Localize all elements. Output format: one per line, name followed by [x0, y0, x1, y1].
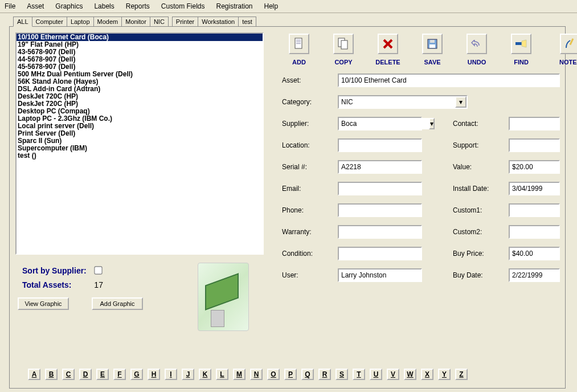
alpha-button[interactable]: Y	[438, 369, 451, 380]
alpha-button[interactable]: S	[335, 369, 348, 380]
notes-label: NOTES	[559, 59, 577, 66]
total-assets-label: Total Assets:	[22, 280, 71, 289]
work-area: 10/100 Ethernet Card (Boca) 19" Flat Pan…	[9, 26, 566, 389]
alpha-button[interactable]: V	[387, 369, 399, 380]
tab-computer[interactable]: Computer	[32, 17, 67, 26]
alpha-button[interactable]: L	[216, 369, 228, 380]
category-dropdown-button[interactable]: ▾	[455, 96, 466, 108]
tab-laptop[interactable]: Laptop	[67, 17, 94, 26]
add-graphic-button[interactable]: Add Graphic	[92, 297, 143, 310]
document-icon	[293, 38, 305, 50]
asset-graphic-thumbnail[interactable]	[198, 263, 249, 331]
alpha-button[interactable]: Z	[455, 369, 468, 380]
alpha-button[interactable]: N	[250, 369, 263, 380]
tab-test[interactable]: test	[238, 17, 256, 26]
add-label: ADD	[292, 59, 306, 66]
tab-modem[interactable]: Modem	[93, 17, 122, 26]
menu-graphics[interactable]: Graphics	[53, 1, 85, 11]
menu-labels[interactable]: Labels	[92, 1, 116, 11]
undo-label: UNDO	[468, 59, 486, 66]
menubar: File Asset Graphics Labels Reports Custo…	[0, 0, 577, 13]
custom2-field[interactable]	[509, 225, 560, 239]
alpha-button[interactable]: O	[267, 369, 280, 380]
user-label: User:	[282, 271, 325, 279]
alpha-button[interactable]: H	[148, 369, 160, 380]
alpha-button[interactable]: R	[318, 369, 331, 380]
buy-price-field[interactable]	[509, 247, 560, 260]
alpha-button[interactable]: E	[96, 369, 109, 380]
menu-asset[interactable]: Asset	[24, 1, 46, 11]
phone-field[interactable]	[338, 203, 422, 217]
contact-label: Contact:	[453, 120, 496, 128]
view-graphic-button[interactable]: View Graphic	[18, 297, 69, 310]
tab-monitor[interactable]: Monitor	[121, 17, 150, 26]
menu-custom-fields[interactable]: Custom Fields	[159, 1, 207, 11]
asset-field[interactable]	[338, 74, 560, 87]
svg-rect-8	[430, 40, 435, 43]
tab-all[interactable]: ALL	[13, 17, 32, 27]
alpha-button[interactable]: A	[28, 369, 40, 380]
menu-help[interactable]: Help	[262, 1, 281, 11]
serial-label: Serial #:	[282, 163, 325, 171]
alpha-button[interactable]: P	[284, 369, 297, 380]
delete-button[interactable]	[378, 34, 398, 54]
menu-reports[interactable]: Reports	[124, 1, 152, 11]
value-field[interactable]	[509, 160, 560, 174]
install-date-field[interactable]	[509, 182, 560, 195]
alpha-button[interactable]: I	[165, 369, 177, 380]
notes-button[interactable]	[560, 34, 577, 54]
alpha-button[interactable]: B	[45, 369, 58, 380]
email-field[interactable]	[338, 182, 422, 195]
alpha-button[interactable]: F	[113, 369, 126, 380]
undo-button[interactable]	[466, 34, 487, 54]
warranty-field[interactable]	[338, 225, 422, 239]
alpha-button[interactable]: C	[62, 369, 75, 380]
toolbar: ADD COPY	[284, 34, 577, 66]
alpha-button[interactable]: Q	[301, 369, 314, 380]
alpha-button[interactable]: D	[79, 369, 92, 380]
supplier-dropdown-button[interactable]: ▾	[429, 118, 435, 129]
find-button[interactable]	[511, 34, 531, 54]
buy-price-label: Buy Price:	[453, 250, 496, 258]
save-button[interactable]	[422, 34, 443, 54]
add-button[interactable]	[289, 34, 309, 54]
list-item[interactable]: Supercomputer (IBM)	[17, 145, 263, 152]
alpha-button[interactable]: U	[370, 369, 382, 380]
alpha-button[interactable]: M	[233, 369, 245, 380]
svg-rect-5	[341, 40, 347, 49]
contact-field[interactable]	[509, 117, 560, 130]
category-combo[interactable]: ▾	[338, 95, 468, 109]
alpha-button[interactable]: J	[182, 369, 194, 380]
alpha-button[interactable]: G	[130, 369, 143, 380]
alpha-button[interactable]: X	[421, 369, 433, 380]
menu-registration[interactable]: Registration	[214, 1, 255, 11]
alpha-button[interactable]: T	[353, 369, 365, 380]
location-field[interactable]	[338, 138, 422, 152]
category-field[interactable]	[339, 96, 455, 108]
alpha-button[interactable]: K	[199, 369, 211, 380]
asset-listbox[interactable]: 10/100 Ethernet Card (Boca) 19" Flat Pan…	[15, 32, 264, 255]
buy-date-field[interactable]	[509, 268, 560, 282]
user-field[interactable]	[338, 268, 422, 282]
total-assets-value: 17	[94, 280, 103, 289]
tab-workstation[interactable]: Workstation	[198, 17, 239, 26]
tab-nic[interactable]: NIC	[150, 17, 169, 26]
menu-file[interactable]: File	[2, 1, 18, 11]
alpha-button[interactable]: W	[404, 369, 416, 380]
copy-button[interactable]	[333, 34, 354, 54]
category-tabs: ALL Computer Laptop Modem Monitor NIC Pr…	[14, 17, 566, 26]
condition-field[interactable]	[338, 247, 422, 260]
support-label: Support:	[453, 141, 496, 149]
supplier-combo[interactable]: ▾	[338, 117, 422, 130]
supplier-field[interactable]	[339, 118, 429, 129]
list-item[interactable]: test ()	[17, 152, 263, 160]
serial-field[interactable]	[338, 160, 422, 174]
svg-rect-11	[570, 38, 574, 45]
support-field[interactable]	[509, 138, 560, 152]
svg-rect-1	[296, 40, 301, 40]
custom1-field[interactable]	[509, 203, 560, 217]
find-label: FIND	[514, 59, 529, 66]
location-label: Location:	[282, 141, 325, 149]
sort-by-supplier-checkbox[interactable]	[94, 266, 102, 274]
tab-printer[interactable]: Printer	[172, 17, 198, 26]
